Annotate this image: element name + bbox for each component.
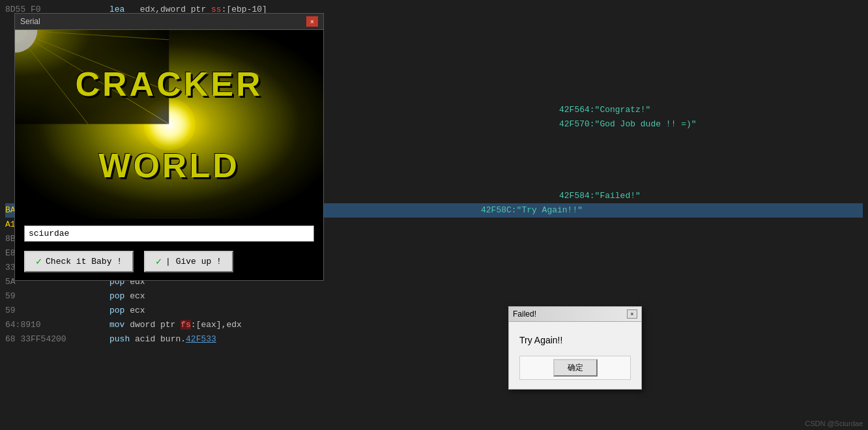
- bytes-col: 59: [5, 289, 109, 304]
- comment-col: 42F584:"Failed!": [559, 189, 641, 203]
- serial-close-button[interactable]: ×: [306, 16, 318, 27]
- failed-message: Try Again!!: [519, 335, 631, 345]
- giveup-button[interactable]: ✓ | Give up !: [144, 251, 233, 272]
- failed-ok-button[interactable]: 确定: [553, 359, 598, 377]
- instr-col: mov dword ptr fs:[eax],edx: [109, 318, 396, 332]
- check-icon: ✓: [36, 255, 42, 268]
- failed-titlebar: Failed! ×: [509, 307, 641, 322]
- instr-col: pop ecx: [109, 304, 396, 318]
- disasm-row: 59 pop ecx: [5, 304, 863, 318]
- serial-input[interactable]: [24, 225, 314, 242]
- serial-dialog: Serial ×: [14, 13, 324, 281]
- instr-col: pop ecx: [109, 289, 396, 304]
- giveup-icon: ✓: [156, 255, 162, 268]
- comment-col: 42F564:"Congratz!": [559, 103, 650, 117]
- bytes-col: 64:8910: [5, 318, 109, 332]
- check-button-label: Check it Baby !: [46, 257, 122, 266]
- serial-buttons-area: ✓ Check it Baby ! ✓ | Give up !: [15, 246, 323, 280]
- failed-ok-area: 确定: [519, 356, 631, 380]
- failed-dialog: Failed! × Try Again!! 确定: [508, 306, 642, 390]
- disasm-row: 68 33FF54200 push acid burn.42F533: [5, 332, 863, 347]
- bytes-col: 68 33FF54200: [5, 332, 109, 347]
- cracker-title: CRACKER: [76, 64, 263, 104]
- giveup-button-label: | Give up !: [166, 257, 222, 266]
- bytes-col: 59: [5, 304, 109, 318]
- comment-col: 42F570:"God Job dude !! =)": [559, 117, 697, 132]
- cracker-world-image: CRACKER WORLD: [15, 30, 323, 219]
- failed-close-button[interactable]: ×: [627, 309, 637, 319]
- watermark: CSDN @Sciurdae: [805, 420, 863, 427]
- disasm-row: 64:8910 mov dword ptr fs:[eax],edx: [5, 318, 863, 332]
- serial-titlebar: Serial ×: [15, 14, 323, 30]
- failed-title-text: Failed!: [513, 309, 536, 319]
- disasm-row: 59 pop ecx: [5, 289, 863, 304]
- serial-title-text: Serial: [20, 17, 40, 26]
- check-button[interactable]: ✓ Check it Baby !: [24, 251, 134, 272]
- serial-input-area: [15, 219, 323, 246]
- world-title: WORLD: [98, 146, 239, 185]
- instr-col: push acid burn.42F533: [109, 332, 396, 347]
- comment-col: 42F58C:"Try Again!!": [481, 203, 583, 218]
- failed-body: Try Again!! 确定: [509, 322, 641, 389]
